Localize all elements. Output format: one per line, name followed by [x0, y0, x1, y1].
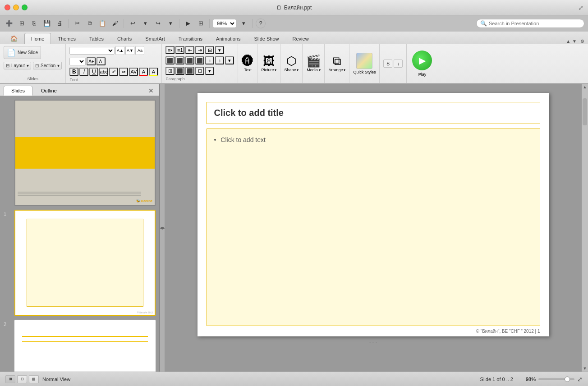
tab-transitions[interactable]: Transitions	[172, 33, 209, 44]
media-dropdown[interactable]: ▾	[319, 68, 321, 72]
font-size-dn2[interactable]: A-	[96, 57, 106, 65]
italic-button[interactable]: I	[79, 68, 88, 76]
media-insert-button[interactable]: 🎬 Media ▾	[303, 44, 325, 83]
para-dropdown2[interactable]: ▾	[225, 56, 234, 64]
undo-dropdown[interactable]: ▾	[140, 18, 151, 29]
font-size-increase[interactable]: A▲	[115, 46, 124, 55]
tab-slideshow[interactable]: Slide Show	[248, 33, 286, 44]
fullscreen-button[interactable]: ⤢	[577, 376, 583, 383]
rtl-btn[interactable]: ⬛	[175, 67, 184, 75]
tab-home[interactable]: Home	[24, 33, 51, 44]
arrange-dropdown[interactable]: ▾	[344, 68, 345, 72]
tab-charts[interactable]: Charts	[110, 33, 138, 44]
slide-title-area[interactable]: Click to add title	[207, 102, 540, 124]
rtl2-btn[interactable]: ⬛	[185, 67, 194, 75]
scrollbar-thumb[interactable]	[583, 98, 587, 125]
line-spacing-btn[interactable]: ↕	[205, 56, 214, 64]
tab-animations[interactable]: Animations	[209, 33, 247, 44]
tab-home-icon[interactable]: 🏠	[4, 33, 24, 44]
font-color-button[interactable]: A	[139, 68, 148, 76]
highlight-button[interactable]: A	[149, 68, 158, 76]
panel-collapse-handle[interactable]: ◀ ▶	[160, 84, 165, 372]
zoom-slider-thumb[interactable]	[565, 377, 570, 382]
bold-button[interactable]: B	[69, 68, 78, 76]
nav-button[interactable]: ⎘	[29, 18, 40, 29]
layout-dropdown-icon[interactable]: ▾	[27, 63, 29, 68]
search-bar[interactable]: 🔍	[476, 19, 584, 28]
tab-smartart[interactable]: SmartArt	[138, 33, 171, 44]
ribbon-up[interactable]: ▲	[566, 39, 570, 44]
grid-button[interactable]: ⊞	[16, 18, 27, 29]
font-size-select[interactable]	[69, 58, 86, 65]
zoom-select[interactable]: 98%	[213, 19, 236, 28]
slides-tab-slides[interactable]: Slides	[4, 86, 32, 96]
redo-button[interactable]: ↪	[152, 18, 163, 29]
maximize-button[interactable]	[22, 5, 28, 10]
para-extra2-btn[interactable]: ▾	[205, 67, 214, 75]
text-insert-button[interactable]: 🅐 Text	[238, 44, 257, 83]
ribbon-settings[interactable]: ⚙	[580, 39, 584, 44]
paste-button[interactable]: 📋	[97, 18, 108, 29]
superscript-button[interactable]: x²	[109, 68, 118, 76]
print-button[interactable]: 🖨	[54, 18, 65, 29]
play-button[interactable]: ▶	[412, 51, 432, 70]
undo-button[interactable]: ↩	[127, 18, 138, 29]
slideshow2-btn[interactable]: ⊞	[195, 18, 206, 29]
clear-format-btn[interactable]: Aa	[135, 46, 144, 55]
canvas-area[interactable]: Click to add title • Click to add text ©…	[165, 84, 582, 372]
zoom-slider[interactable]	[538, 378, 574, 380]
subscript-button[interactable]: x₂	[119, 68, 128, 76]
tab-review[interactable]: Review	[286, 33, 316, 44]
copy-button[interactable]: ⧉	[84, 18, 95, 29]
save-button[interactable]: 💾	[41, 18, 52, 29]
slide-content-area[interactable]: • Click to add text	[207, 129, 540, 326]
help-button[interactable]: ?	[256, 18, 266, 28]
align-left-btn[interactable]: ⬛	[165, 56, 175, 64]
increase-indent-btn[interactable]: ⇥	[195, 46, 204, 54]
para-dropdown[interactable]: ▾	[215, 46, 224, 54]
ribbon-nav[interactable]: ▲ ▼ ⚙	[566, 39, 584, 44]
font-family-select[interactable]	[69, 47, 115, 55]
section-dropdown-icon[interactable]: ▾	[57, 63, 60, 68]
strikethrough-button[interactable]: abc	[99, 68, 108, 76]
format-paint-button[interactable]: 🖌	[110, 18, 120, 29]
slides-tab-outline[interactable]: Outline	[33, 86, 64, 96]
arrange-button[interactable]: ⧉ Arrange ▾	[325, 44, 349, 83]
search-input[interactable]	[489, 21, 579, 26]
close-panel-button[interactable]: ✕	[147, 86, 156, 95]
scroll-down-icon[interactable]: ▼	[583, 366, 587, 371]
char-spacing-button[interactable]: AV	[129, 68, 138, 76]
picture-dropdown[interactable]: ▾	[275, 68, 276, 72]
slide-thumbnail-1[interactable]: © Билайн 2012	[14, 210, 156, 316]
quick-styles-button[interactable]: Quick Styles	[349, 44, 380, 83]
outline-view-button[interactable]: ▤	[29, 375, 39, 383]
normal-view-button[interactable]: ⊞	[5, 375, 15, 383]
col-spacing-btn[interactable]: ⊞	[165, 67, 175, 75]
columns-btn[interactable]: ⊞	[205, 46, 214, 54]
font-size-up2[interactable]: A+	[87, 57, 96, 65]
layout-button[interactable]: ⊟ Layout ▾	[4, 62, 31, 69]
slideshow-btn[interactable]: ▶	[183, 18, 193, 29]
scroll-up-icon[interactable]: ▲	[583, 85, 587, 89]
cut-button[interactable]: ✂	[72, 18, 83, 29]
align-right-btn[interactable]: ⬛	[185, 56, 194, 64]
decrease-indent-btn[interactable]: ⇤	[185, 46, 194, 54]
font-size-decrease[interactable]: A▼	[125, 46, 134, 55]
para-extra-btn[interactable]: ⊡	[195, 67, 204, 75]
text-dir-btn[interactable]: ↕	[215, 56, 224, 64]
redo-dropdown[interactable]: ▾	[165, 18, 176, 29]
zoom-dropdown[interactable]: ▾	[238, 18, 249, 29]
tab-tables[interactable]: Tables	[83, 33, 110, 44]
window-expand[interactable]: ⤢	[578, 4, 583, 11]
reflect-btn[interactable]: ↓	[394, 60, 403, 68]
picture-insert-button[interactable]: 🖼 Picture ▾	[257, 44, 280, 83]
expand-icon[interactable]: ⤢	[578, 4, 583, 11]
bullet-list-btn[interactable]: ≡•	[165, 46, 175, 54]
tab-themes[interactable]: Themes	[51, 33, 83, 44]
ribbon-down[interactable]: ▼	[572, 39, 577, 44]
slide-thumbnail-cover[interactable]: 🐝 Beeline	[14, 100, 156, 206]
new-slide-button[interactable]: 📄 New Slide	[4, 46, 41, 59]
grid-view-button[interactable]: ⊟	[17, 375, 27, 383]
numbered-list-btn[interactable]: ≡1	[175, 46, 184, 54]
close-button[interactable]	[5, 5, 10, 10]
